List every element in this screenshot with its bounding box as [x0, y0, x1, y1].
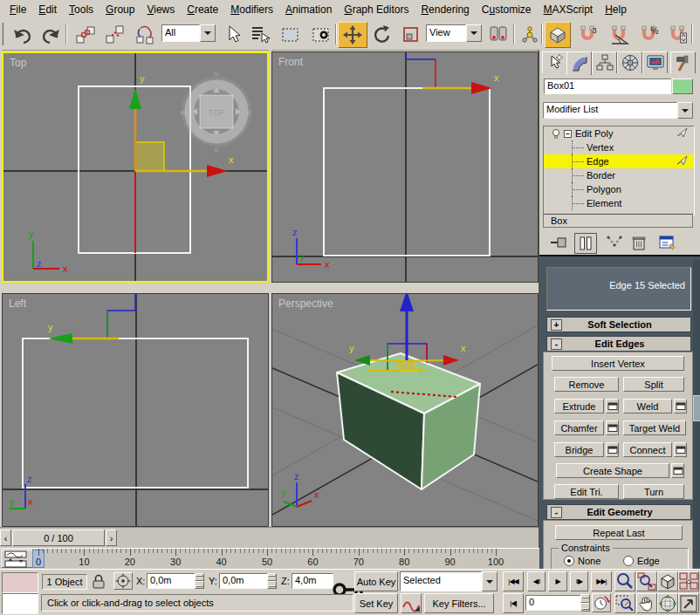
current-frame-field[interactable]: 0	[525, 595, 581, 611]
box-object[interactable]	[337, 353, 480, 489]
toolbar-grip[interactable]	[2, 23, 6, 45]
create-shape-button[interactable]: Create Shape	[556, 463, 669, 478]
auto-key-button[interactable]: Auto Key	[354, 571, 398, 591]
bridge-button[interactable]: Bridge	[554, 442, 604, 457]
create-shape-settings-button[interactable]	[671, 463, 684, 478]
snaps-toggle-button[interactable]: 3	[573, 22, 602, 48]
key-tangents-button[interactable]	[401, 593, 422, 613]
absolute-mode-button[interactable]	[113, 572, 133, 590]
rotate-button[interactable]	[367, 22, 397, 48]
modify-tab[interactable]	[566, 51, 592, 75]
mini-curve-editor-button[interactable]	[1, 550, 36, 568]
redo-button[interactable]	[37, 22, 65, 48]
menu-group[interactable]: Group	[100, 0, 141, 19]
gizmo-y-arrow[interactable]	[354, 355, 370, 366]
insert-vertex-button[interactable]: Insert Vertex	[552, 356, 684, 371]
chamfer-button[interactable]: Chamfer	[554, 420, 604, 435]
viewport-top[interactable]: TOP N S W E y x y z x Top	[2, 51, 269, 283]
menu-animation[interactable]: Animation	[279, 0, 338, 19]
dropdown-arrow-icon[interactable]	[482, 571, 498, 591]
go-to-end-button[interactable]: ▶▶|	[591, 571, 612, 591]
viewport-perspective[interactable]: y x z y x Perspective	[271, 293, 539, 527]
set-key-button[interactable]: Set Key	[354, 593, 398, 613]
configure-modifier-sets-button[interactable]	[658, 233, 679, 252]
play-button[interactable]: ▶	[548, 571, 567, 591]
time-slider[interactable]: 0 / 100	[12, 530, 105, 546]
track-bar[interactable]: 0102030405060708090100	[0, 548, 539, 571]
constraint-edge-radio[interactable]: Edge	[623, 556, 660, 566]
angle-snap-button[interactable]	[604, 22, 634, 48]
pan-button[interactable]	[636, 593, 657, 613]
key-mode-dropdown[interactable]: Selected	[400, 571, 498, 591]
key-mode-toggle-button[interactable]: |◀|	[503, 593, 524, 613]
select-link-button[interactable]	[71, 22, 100, 48]
pin-stack-button[interactable]	[548, 233, 569, 252]
timeline-prev-button[interactable]: ‹	[0, 530, 11, 546]
move-button[interactable]	[338, 22, 367, 48]
key-filters-button[interactable]: Key Filters...	[424, 593, 494, 613]
gizmo-x-arrow[interactable]	[443, 355, 459, 366]
weld-settings-button[interactable]	[674, 399, 687, 413]
panel-scrollbar[interactable]	[693, 260, 700, 567]
z-coordinate-field[interactable]: 4,0m	[292, 573, 333, 589]
menu-maxscript[interactable]: MAXScript	[538, 0, 600, 19]
maxscript-listener-white[interactable]	[2, 593, 38, 614]
modifier-enabled-bulb-icon[interactable]	[551, 128, 562, 140]
weld-button[interactable]: Weld	[623, 399, 672, 413]
next-frame-button[interactable]: ‖▶	[570, 571, 588, 591]
arc-rotate-button[interactable]	[657, 593, 678, 613]
unlink-button[interactable]	[100, 22, 130, 48]
zoom-all-button[interactable]	[636, 571, 657, 591]
window-crossing-button[interactable]	[306, 22, 336, 48]
min-max-toggle-button[interactable]	[678, 593, 699, 613]
selection-lock-icon[interactable]	[90, 573, 107, 592]
manipulate-button[interactable]	[517, 22, 543, 48]
zoom-extents-button[interactable]	[657, 571, 678, 591]
percent-snap-button[interactable]: %	[635, 22, 662, 48]
x-coordinate-field[interactable]: 0,0m	[147, 573, 196, 589]
rollout-edit-edges[interactable]: - Edit Edges	[546, 336, 691, 352]
viewport-label[interactable]: Perspective	[278, 297, 333, 310]
gizmo-x-arrow[interactable]	[207, 165, 228, 177]
create-tab[interactable]	[542, 51, 567, 73]
region-select-button[interactable]	[276, 22, 305, 48]
modifier-stack[interactable]: Edit PolyVertexEdgeBorderPolygonElement	[543, 126, 695, 215]
spinner-snap-button[interactable]	[663, 22, 691, 48]
menu-file[interactable]: File	[3, 0, 32, 19]
bridge-settings-button[interactable]	[606, 442, 619, 457]
zoom-button[interactable]	[614, 571, 635, 591]
scale-button[interactable]	[397, 22, 425, 48]
rollout-expand-icon[interactable]: +	[551, 319, 562, 331]
make-unique-button[interactable]	[604, 233, 625, 252]
object-color-swatch[interactable]	[672, 79, 693, 94]
maxscript-listener-pink[interactable]	[2, 572, 38, 593]
menu-edit[interactable]: Edit	[32, 0, 63, 19]
chamfer-settings-button[interactable]	[606, 420, 619, 435]
stack-row-polygon[interactable]: Polygon	[544, 182, 694, 196]
bind-spacewarp-button[interactable]	[130, 22, 160, 48]
hierarchy-tab[interactable]	[592, 51, 617, 73]
constraint-none-radio[interactable]: None	[564, 556, 600, 566]
keyboard-override-button[interactable]	[545, 22, 571, 48]
radio-icon[interactable]	[564, 556, 574, 566]
horizontal-splitter[interactable]	[0, 283, 539, 293]
connect-settings-button[interactable]	[674, 442, 687, 457]
viewport-label[interactable]: Top	[10, 57, 27, 69]
gizmo-z-arrow[interactable]	[400, 294, 414, 311]
rollout-collapse-icon[interactable]: -	[551, 338, 562, 350]
viewport-front[interactable]: x z y x Front	[271, 51, 539, 283]
gizmo-xy-plane[interactable]	[135, 142, 164, 171]
gizmo-y-arrow[interactable]	[129, 87, 141, 109]
turn-button[interactable]: Turn	[623, 484, 684, 499]
selection-filter-dropdown[interactable]: All	[161, 24, 216, 42]
scrollbar-thumb[interactable]	[693, 395, 700, 421]
show-end-result-button[interactable]	[574, 233, 597, 254]
viewport-label[interactable]: Front	[278, 56, 304, 68]
menu-create[interactable]: Create	[181, 0, 224, 19]
pivot-center-button[interactable]	[484, 22, 512, 48]
connect-button[interactable]: Connect	[623, 442, 672, 457]
region-zoom-button[interactable]	[614, 593, 635, 613]
y-spinner[interactable]	[267, 573, 277, 589]
rollout-soft-selection[interactable]: + Soft Selection	[546, 317, 691, 332]
motion-tab[interactable]	[617, 51, 642, 73]
